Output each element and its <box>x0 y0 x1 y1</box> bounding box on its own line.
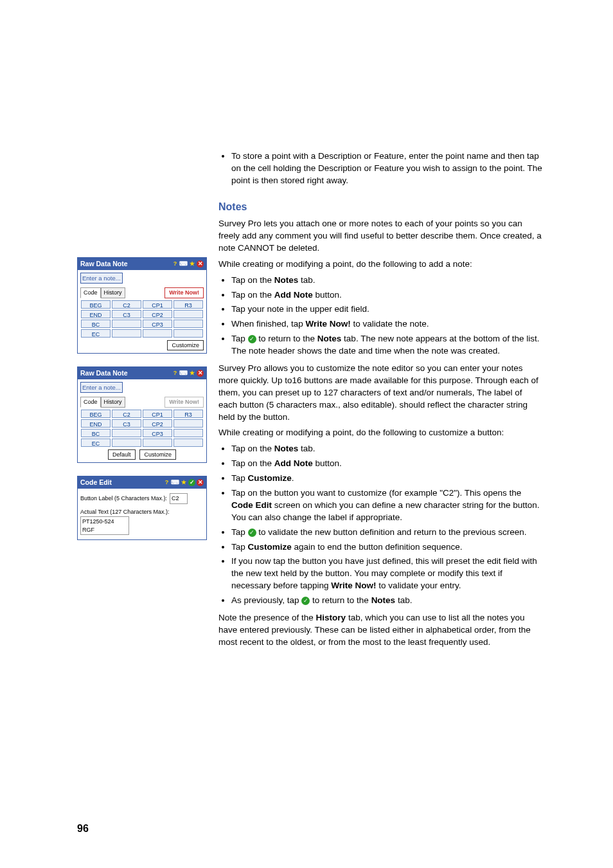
note-input[interactable]: Enter a note... <box>80 273 123 284</box>
code-btn[interactable] <box>143 329 172 338</box>
para1: Survey Pro lets you attach one or more n… <box>218 218 542 255</box>
default-button[interactable]: Default <box>108 449 136 460</box>
list2-item: Tap on the Notes tab. <box>231 443 542 455</box>
star-icon[interactable]: ★ <box>180 479 187 486</box>
panel-header: Code Edit ? ⌨ ★ ✓ ✕ <box>78 476 206 489</box>
list2-item: As previously, tap ✓ to return to the No… <box>231 595 542 607</box>
list2-item: Tap Customize again to end the button de… <box>231 541 542 554</box>
code-btn[interactable]: BC <box>81 320 111 328</box>
code-edit-panel: Code Edit ? ⌨ ★ ✓ ✕ Button Label (5 Char… <box>77 476 207 540</box>
code-button-grid: BEG C2 CP1 R3 END C3 CP2 BC CP3 <box>80 409 204 448</box>
list2-item: Tap Customize. <box>231 473 542 485</box>
list2-item: Tap on the Add Note button. <box>231 458 542 470</box>
code-btn[interactable]: CP2 <box>143 310 172 318</box>
code-btn[interactable]: R3 <box>173 300 203 309</box>
list2-item: Tap ✓ to validate the new button definit… <box>231 527 542 539</box>
close-icon[interactable]: ✕ <box>197 479 204 486</box>
para4: While creating or modifying a point, do … <box>218 427 542 439</box>
code-btn[interactable]: C3 <box>112 310 141 318</box>
list1-item: Tap your note in the upper edit field. <box>231 303 542 316</box>
code-btn[interactable] <box>173 320 203 328</box>
code-btn[interactable]: C3 <box>112 419 141 428</box>
intro-bullet: To store a point with a Description or F… <box>231 150 542 187</box>
check-icon: ✓ <box>248 335 256 343</box>
code-btn[interactable] <box>143 439 172 447</box>
panel-title: Code Edit <box>80 478 112 487</box>
notes-heading: Notes <box>218 200 542 214</box>
star-icon[interactable]: ★ <box>188 370 195 377</box>
button-label-text: Button Label (5 Characters Max.): <box>80 494 167 503</box>
note-input[interactable]: Enter a note... <box>80 382 123 393</box>
list1-item: When finished, tap Write Now! to validat… <box>231 318 542 330</box>
tab-code[interactable]: Code <box>80 397 101 408</box>
code-btn[interactable] <box>112 329 141 338</box>
raw-data-note-panel-2: Raw Data Note ? ⌨ ★ ✕ Enter a note... Co… <box>77 366 207 463</box>
help-icon[interactable]: ? <box>172 370 179 377</box>
panel-header: Raw Data Note ? ⌨ ★ ✕ <box>78 258 206 270</box>
code-btn[interactable]: EC <box>81 439 111 447</box>
code-btn[interactable] <box>173 429 203 437</box>
list1-item: Tap ✓ to return to the Notes tab. The ne… <box>231 333 542 357</box>
panel-title: Raw Data Note <box>80 368 128 378</box>
code-btn[interactable]: CP3 <box>143 320 172 328</box>
ok-icon[interactable]: ✓ <box>188 479 195 486</box>
list1-item: Tap on the Add Note button. <box>231 289 542 302</box>
para3: Survey Pro allows you to customize the n… <box>218 363 542 423</box>
list1-item: Tap on the Notes tab. <box>231 275 542 287</box>
code-btn[interactable]: R3 <box>173 410 203 418</box>
para2: While creating or modifying a point, do … <box>218 258 542 271</box>
close-icon[interactable]: ✕ <box>197 370 204 377</box>
code-btn[interactable]: CP2 <box>143 419 172 428</box>
tab-history[interactable]: History <box>101 397 125 408</box>
code-btn[interactable] <box>173 310 203 318</box>
code-btn[interactable]: EC <box>81 329 111 338</box>
write-now-button[interactable]: Write Now! <box>164 287 204 298</box>
tab-code[interactable]: Code <box>80 287 101 298</box>
keyboard-icon[interactable]: ⌨ <box>180 260 187 267</box>
code-btn[interactable]: CP3 <box>143 429 172 437</box>
main-content: To store a point with a Description or F… <box>218 150 542 649</box>
list2-item: Tap on the button you want to customize … <box>231 487 542 524</box>
code-btn[interactable] <box>173 329 203 338</box>
code-btn[interactable] <box>112 320 141 328</box>
customize-button[interactable]: Customize <box>167 340 204 351</box>
check-icon: ✓ <box>301 597 310 605</box>
para5: Note the presence of the History tab, wh… <box>218 612 542 649</box>
panel-header: Raw Data Note ? ⌨ ★ ✕ <box>78 367 206 379</box>
actual-text-input[interactable]: PT1250-524 RGF <box>80 516 129 535</box>
code-btn[interactable] <box>112 439 141 447</box>
code-btn[interactable]: BEG <box>81 410 111 418</box>
code-btn[interactable]: CP1 <box>143 300 172 309</box>
write-now-button-disabled: Write Now! <box>164 397 204 408</box>
code-btn[interactable] <box>112 429 141 437</box>
star-icon[interactable]: ★ <box>188 260 195 267</box>
help-icon[interactable]: ? <box>172 260 179 267</box>
keyboard-icon[interactable]: ⌨ <box>180 370 187 377</box>
code-btn[interactable] <box>173 419 203 428</box>
code-btn[interactable] <box>173 439 203 447</box>
code-btn[interactable]: C2 <box>112 410 141 418</box>
code-btn[interactable]: END <box>81 310 111 318</box>
code-btn[interactable]: C2 <box>112 300 141 309</box>
keyboard-icon[interactable]: ⌨ <box>172 479 179 486</box>
actual-text-label: Actual Text (127 Characters Max.): <box>80 508 204 516</box>
list2-item: If you now tap the button you have just … <box>231 556 542 592</box>
raw-data-note-panel-1: Raw Data Note ? ⌨ ★ ✕ Enter a note... Co… <box>77 257 207 354</box>
code-btn[interactable]: CP1 <box>143 410 172 418</box>
panel-title: Raw Data Note <box>80 259 128 269</box>
tab-history[interactable]: History <box>101 287 125 298</box>
code-btn[interactable]: BEG <box>81 300 111 309</box>
code-button-grid: BEG C2 CP1 R3 END C3 CP2 BC CP3 <box>80 300 204 338</box>
customize-button[interactable]: Customize <box>139 449 176 460</box>
button-label-input[interactable]: C2 <box>170 493 188 504</box>
help-icon[interactable]: ? <box>163 479 170 486</box>
code-btn[interactable]: END <box>81 419 111 428</box>
close-icon[interactable]: ✕ <box>197 260 204 267</box>
check-icon: ✓ <box>248 529 256 537</box>
page-number: 96 <box>77 822 89 836</box>
code-btn[interactable]: BC <box>81 429 111 437</box>
